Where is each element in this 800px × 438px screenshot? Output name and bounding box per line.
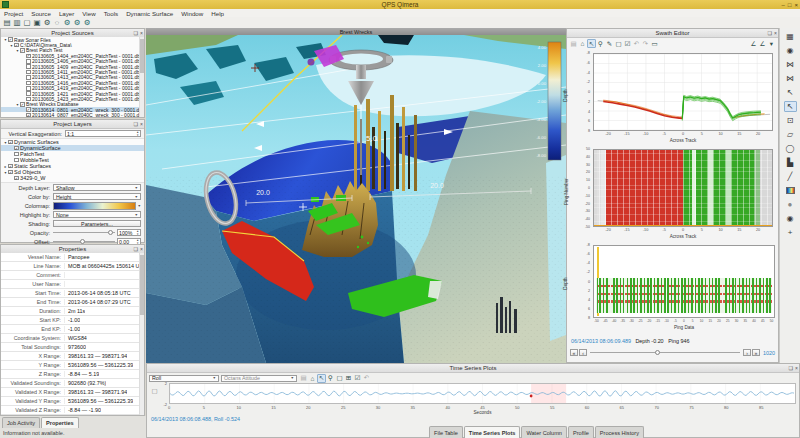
open-project-icon[interactable]: ▤ xyxy=(2,18,12,28)
checkbox[interactable]: ✓ xyxy=(14,176,19,181)
swath-editor-title[interactable]: Swath Editor ❏× xyxy=(567,29,778,38)
checkbox[interactable]: ✓ xyxy=(20,48,25,53)
float-panel-icon[interactable]: ❏ xyxy=(134,30,138,36)
undo-icon[interactable]: ↶ xyxy=(632,39,641,48)
colormap-icon[interactable] xyxy=(784,185,797,196)
vertical-exaggeration-spinner[interactable]: 1:1▲▼ xyxy=(65,130,141,137)
maximize-button[interactable]: □ xyxy=(788,2,792,8)
title-bar[interactable]: QPS Qimera –□× xyxy=(0,0,800,9)
stereo-view-icon[interactable]: ◉ xyxy=(784,213,797,224)
save-icon[interactable]: ▤ xyxy=(569,39,578,48)
checkbox[interactable]: ✓ xyxy=(8,170,13,175)
visibility-eye-icon[interactable]: ◉ xyxy=(784,45,797,56)
shading-parameters-button[interactable]: Parameters... xyxy=(53,220,141,227)
ping-count[interactable]: 1020 xyxy=(763,350,775,356)
checkbox[interactable]: ✓ xyxy=(8,37,13,42)
rectangle-select-icon[interactable]: ▢ xyxy=(614,39,623,48)
checkbox[interactable] xyxy=(26,81,31,86)
home-view-icon[interactable]: ⌂ xyxy=(578,39,587,48)
fit-height-icon[interactable]: ⋈ xyxy=(784,73,797,84)
menu-source[interactable]: Source xyxy=(27,10,55,17)
checkbox[interactable] xyxy=(14,152,19,157)
checkbox[interactable]: ✓ xyxy=(26,113,31,117)
float-panel-icon[interactable]: ❏ xyxy=(134,121,138,127)
highlight-by-select[interactable]: None▼ xyxy=(53,211,141,218)
checkbox[interactable] xyxy=(26,86,31,91)
scene-title-bar[interactable]: Brest Wrecks xyxy=(146,28,566,35)
fit-width-icon[interactable]: ⋈ xyxy=(784,59,797,70)
preferences-gears-icon[interactable]: ⚙ xyxy=(42,18,52,28)
lasso-select-icon[interactable]: ◯ xyxy=(784,143,797,154)
checkbox[interactable] xyxy=(26,97,31,102)
add-processed-file-icon[interactable]: ▣ xyxy=(32,18,42,28)
swath-waterfall-plot[interactable]: Ping Number 50403020100-10-20-30-40-50 -… xyxy=(567,147,780,243)
angle-mode-icon[interactable]: ∠ xyxy=(749,39,758,48)
layout-grid-icon[interactable]: ▦ xyxy=(784,31,797,42)
checkbox[interactable] xyxy=(14,158,19,163)
cursor-select-icon[interactable]: ↖ xyxy=(317,374,326,383)
properties-scrollbar[interactable] xyxy=(139,253,144,415)
colormap-gradient[interactable] xyxy=(53,202,136,210)
cursor-icon[interactable]: ↖ xyxy=(784,87,797,98)
float-panel-icon[interactable]: ❏ xyxy=(768,30,772,36)
menu-project[interactable]: Project xyxy=(0,10,27,17)
menu-help[interactable]: Help xyxy=(207,10,228,17)
cursor-select-icon[interactable]: ↖ xyxy=(587,39,596,48)
depth-layer-select[interactable]: Shallow▼ xyxy=(53,184,141,191)
save-project-icon[interactable]: ▥ xyxy=(12,18,22,28)
accept-soundings-icon[interactable]: ☑ xyxy=(623,39,632,48)
tree-item[interactable]: ✓20130614_0807_em2040C_wreck_300 - 0001.… xyxy=(1,112,140,117)
project-layers-title[interactable]: Project Layers ❏× xyxy=(1,120,144,129)
save-icon[interactable]: ▤ xyxy=(299,374,308,383)
close-panel-icon[interactable]: × xyxy=(795,365,798,371)
tab-profile[interactable]: Profile xyxy=(568,426,594,438)
point-select-icon[interactable]: ⊡ xyxy=(784,115,797,126)
zoom-icon[interactable]: ⚲ xyxy=(326,374,335,383)
time-series-title[interactable]: Time Series Plots ❏× xyxy=(147,364,799,373)
swath-rear-view-plot[interactable]: Depth -8-6-4-202468 -50-45-40-35-30-25-2… xyxy=(567,243,780,336)
color-by-select[interactable]: Height▼ xyxy=(53,193,141,200)
more-options-icon[interactable]: ▾ xyxy=(767,39,776,48)
checkbox[interactable] xyxy=(26,59,31,64)
angle-lock-icon[interactable]: ∠ xyxy=(758,39,767,48)
ping-slider[interactable] xyxy=(590,349,740,356)
roll-plot[interactable] xyxy=(169,383,796,404)
checkbox[interactable]: ✓ xyxy=(14,146,19,151)
opacity-slider[interactable] xyxy=(53,229,115,236)
next-ping-button[interactable]: › xyxy=(743,349,751,356)
swath-depth-profile-plot[interactable]: Depth -8-6-4-202468 -20-15-10-505101520 … xyxy=(567,51,780,147)
checkbox[interactable] xyxy=(26,75,31,80)
tab-properties[interactable]: Properties xyxy=(41,417,79,428)
zoom-icon[interactable]: ⚲ xyxy=(596,39,605,48)
menu-layer[interactable]: Layer xyxy=(55,10,78,17)
menu-dynamic-surface[interactable]: Dynamic Surface xyxy=(122,10,177,17)
checkbox[interactable]: ✓ xyxy=(26,107,31,112)
zoom-box-icon[interactable]: ⊞ xyxy=(344,374,353,383)
checkbox[interactable] xyxy=(26,91,31,96)
last-ping-button[interactable]: » xyxy=(752,349,760,356)
tree-item[interactable]: ✓3429-0_W xyxy=(1,175,144,181)
checkbox[interactable]: ✓ xyxy=(26,54,31,59)
checkbox[interactable]: ✓ xyxy=(8,164,13,169)
tab-job-activity[interactable]: Job Activity xyxy=(2,417,40,428)
tab-process-history[interactable]: Process History xyxy=(595,426,644,438)
float-panel-icon[interactable]: ❏ xyxy=(789,365,793,371)
close-button[interactable]: × xyxy=(794,2,798,8)
tab-file-table[interactable]: File Table xyxy=(429,426,463,438)
prev-ping-button[interactable]: ‹ xyxy=(579,349,587,356)
pan-icon[interactable]: + xyxy=(784,227,797,238)
scene-3d-viewport[interactable]: 5.0 20.0 20.0 4.002.000.00-2.00-4.00-6.0… xyxy=(146,35,566,363)
cursor-box-icon[interactable]: ↖ xyxy=(784,101,797,112)
minimize-button[interactable]: – xyxy=(782,2,785,8)
channel-select[interactable]: Roll▼ xyxy=(149,375,219,382)
tab-water-column[interactable]: Water Column xyxy=(521,426,567,438)
checkbox[interactable]: ✓ xyxy=(8,140,13,145)
filter-process-icon[interactable]: ⚙ xyxy=(72,18,82,28)
close-panel-icon[interactable]: × xyxy=(140,246,143,252)
checkbox[interactable]: ✓ xyxy=(14,43,19,48)
measure-icon[interactable]: ╱ xyxy=(784,171,797,182)
profile-chart-icon[interactable]: ▙ xyxy=(784,157,797,168)
close-panel-icon[interactable]: × xyxy=(140,121,143,127)
checkbox[interactable] xyxy=(26,64,31,69)
edit-soundings-icon[interactable]: ✎ xyxy=(605,39,614,48)
